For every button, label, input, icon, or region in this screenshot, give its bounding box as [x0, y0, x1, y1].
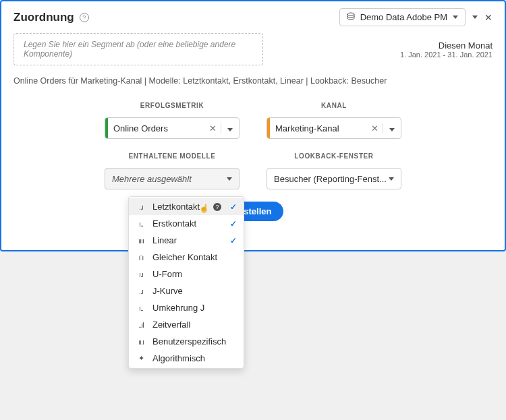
channel-dropdown-toggle[interactable] — [383, 123, 401, 133]
model-icon: ✦ — [136, 354, 146, 363]
check-icon: ✓ — [230, 236, 237, 245]
model-icon: ı˙ı — [136, 253, 146, 262]
chevron-down-icon — [227, 177, 232, 181]
date-range-selector[interactable]: Diesen Monat 1. Jan. 2021 - 31. Jan. 202… — [400, 40, 493, 59]
models-select[interactable]: Mehrere ausgewählt — [105, 168, 240, 189]
model-label: Erstkontakt — [152, 218, 224, 229]
clear-metric-button[interactable]: ✕ — [205, 123, 221, 133]
model-option[interactable]: ..ılZeitverfall — [129, 316, 244, 333]
model-label: Algorithmisch — [152, 353, 237, 363]
model-icon: ıı.ı — [136, 338, 146, 346]
channel-section-label: KANAL — [266, 102, 401, 109]
clear-channel-button[interactable]: ✕ — [367, 123, 383, 133]
lookback-select[interactable]: Besucher (Reporting-Fenst... — [266, 168, 401, 189]
model-option[interactable]: ıı.ıBenutzerspezifisch — [129, 333, 244, 350]
models-section-label: ENTHALTENE MODELLE — [105, 152, 240, 160]
chevron-down-icon — [389, 177, 394, 181]
model-option[interactable]: ..ıJ-Kurve — [129, 282, 244, 299]
model-label: Letztkontakt — [152, 202, 207, 212]
model-label: J-Kurve — [152, 286, 237, 296]
model-option[interactable]: ..ıLetztkontakt?☝✓ — [129, 198, 244, 215]
model-label: Umkehrung J — [152, 303, 237, 313]
collapse-toggle[interactable] — [472, 16, 478, 19]
model-icon: ı.. — [136, 304, 146, 312]
models-dropdown-menu: ..ıLetztkontakt?☝✓ı..Erstkontakt✓ııııLin… — [128, 196, 244, 369]
lookback-value: Besucher (Reporting-Fenst... — [274, 174, 387, 184]
date-range-detail: 1. Jan. 2021 - 31. Jan. 2021 — [400, 51, 493, 59]
panel-header: Zuordnung ? Demo Data Adobe PM ✕ — [1, 1, 505, 29]
model-option[interactable]: ııııLinear✓ — [129, 232, 244, 249]
report-suite-label: Demo Data Adobe PM — [360, 12, 447, 22]
lookback-section-label: LOOKBACK-FENSTER — [266, 152, 401, 160]
model-label: Benutzerspezifisch — [152, 336, 237, 347]
check-icon: ✓ — [230, 202, 237, 212]
model-option[interactable]: ı.ıU-Form — [129, 266, 244, 282]
success-metric-field[interactable]: Online Orders ✕ — [105, 117, 240, 139]
model-icon: ı.ı — [136, 270, 146, 278]
metric-value: Online Orders — [108, 123, 205, 133]
model-option[interactable]: ı˙ıGleicher Kontakt — [129, 249, 244, 266]
models-value: Mehrere ausgewählt — [112, 174, 192, 184]
metric-dropdown-toggle[interactable] — [221, 123, 239, 133]
check-icon: ✓ — [230, 219, 237, 229]
channel-field[interactable]: Marketing-Kanal ✕ — [266, 117, 401, 139]
model-icon: ..ıl — [136, 321, 146, 329]
panel-description: Online Orders für Marketing-Kanal | Mode… — [13, 76, 493, 86]
chevron-down-icon — [453, 16, 458, 19]
model-option[interactable]: ı..Erstkontakt✓ — [129, 215, 244, 232]
model-option[interactable]: ✦Algorithmisch — [129, 350, 244, 367]
model-icon: ..ı — [136, 203, 146, 211]
model-label: Zeitverfall — [152, 320, 237, 330]
model-help-icon[interactable]: ? — [213, 203, 221, 211]
model-label: U-Form — [152, 269, 237, 279]
svg-point-0 — [347, 13, 354, 16]
close-panel-button[interactable]: ✕ — [484, 12, 493, 23]
model-icon: ı.. — [136, 220, 146, 228]
model-icon: ıııı — [136, 237, 146, 245]
help-icon[interactable]: ? — [80, 13, 89, 22]
metric-section-label: ERFOLGSMETRIK — [105, 102, 240, 109]
report-suite-selector[interactable]: Demo Data Adobe PM — [339, 8, 466, 26]
attribution-panel: Zuordnung ? Demo Data Adobe PM ✕ Legen S… — [0, 0, 506, 251]
date-range-label: Diesen Monat — [400, 40, 493, 51]
model-icon: ..ı — [136, 287, 146, 295]
panel-title: Zuordnung — [13, 11, 74, 24]
model-label: Gleicher Kontakt — [152, 252, 237, 262]
data-icon — [347, 12, 355, 22]
model-option[interactable]: ı..Umkehrung J — [129, 299, 244, 316]
channel-value: Marketing-Kanal — [270, 123, 367, 133]
model-label: Linear — [152, 235, 224, 245]
segment-dropzone[interactable]: Legen Sie hier ein Segment ab (oder eine… — [13, 33, 263, 65]
